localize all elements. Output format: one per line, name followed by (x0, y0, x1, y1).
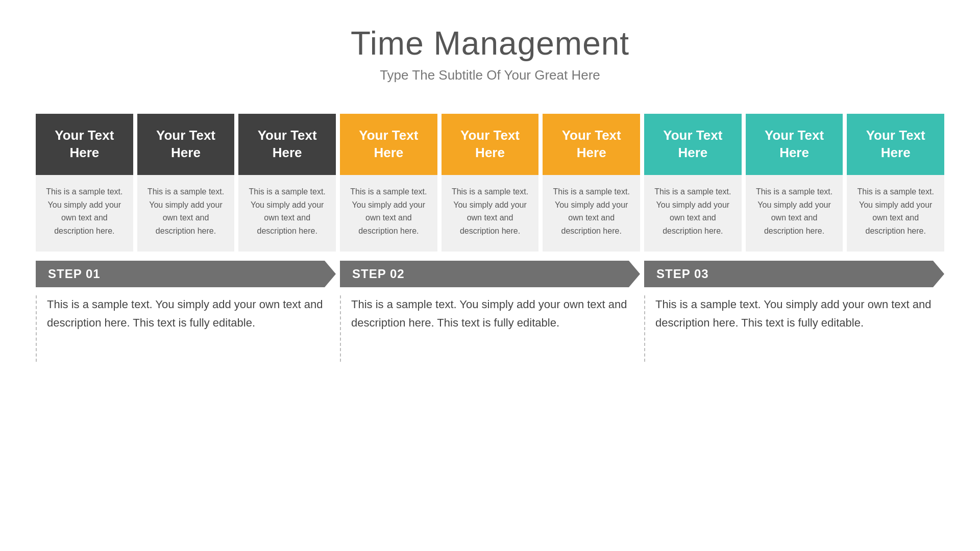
card-header-5: Your Text Here (442, 114, 539, 175)
card-body-text-7: This is a sample text. You simply add yo… (652, 185, 733, 237)
step-section-3: STEP 03This is a sample text. You simply… (644, 261, 944, 362)
card-body-text-5: This is a sample text. You simply add yo… (450, 185, 531, 237)
card-body-8: This is a sample text. You simply add yo… (746, 175, 843, 252)
card-col-7: Your Text HereThis is a sample text. You… (644, 114, 742, 252)
card-col-9: Your Text HereThis is a sample text. You… (847, 114, 944, 252)
card-header-text-9: Your Text Here (856, 127, 935, 162)
step-section-2: STEP 02This is a sample text. You simply… (340, 261, 640, 362)
card-body-2: This is a sample text. You simply add yo… (137, 175, 235, 252)
card-body-text-8: This is a sample text. You simply add yo… (754, 185, 835, 237)
step-desc-text-3: This is a sample text. You simply add yo… (655, 295, 944, 333)
card-body-text-9: This is a sample text. You simply add yo… (855, 185, 936, 237)
step-label-2: STEP 02 (352, 267, 405, 281)
card-col-5: Your Text HereThis is a sample text. You… (442, 114, 539, 252)
card-col-4: Your Text HereThis is a sample text. You… (340, 114, 437, 252)
card-col-2: Your Text HereThis is a sample text. You… (137, 114, 235, 252)
step-arrow-3: STEP 03 (644, 261, 944, 287)
card-header-9: Your Text Here (847, 114, 944, 175)
card-header-7: Your Text Here (644, 114, 742, 175)
card-header-6: Your Text Here (543, 114, 640, 175)
card-col-6: Your Text HereThis is a sample text. You… (543, 114, 640, 252)
step-section-1: STEP 01This is a sample text. You simply… (36, 261, 336, 362)
card-header-4: Your Text Here (340, 114, 437, 175)
step-desc-area-2: This is a sample text. You simply add yo… (340, 295, 640, 362)
page-title: Time Management (351, 24, 629, 62)
card-body-6: This is a sample text. You simply add yo… (543, 175, 640, 252)
card-body-text-1: This is a sample text. You simply add yo… (44, 185, 125, 237)
card-body-3: This is a sample text. You simply add yo… (238, 175, 336, 252)
step-arrow-1: STEP 01 (36, 261, 336, 287)
step-desc-text-2: This is a sample text. You simply add yo… (351, 295, 640, 333)
step-desc-area-3: This is a sample text. You simply add yo… (644, 295, 944, 362)
card-header-2: Your Text Here (137, 114, 235, 175)
step-desc-text-1: This is a sample text. You simply add yo… (47, 295, 336, 333)
card-header-text-1: Your Text Here (45, 127, 124, 162)
card-body-7: This is a sample text. You simply add yo… (644, 175, 742, 252)
step-label-1: STEP 01 (48, 267, 101, 281)
card-body-text-2: This is a sample text. You simply add yo… (145, 185, 227, 237)
card-body-text-3: This is a sample text. You simply add yo… (247, 185, 328, 237)
step-desc-area-1: This is a sample text. You simply add yo… (36, 295, 336, 362)
card-body-text-4: This is a sample text. You simply add yo… (348, 185, 429, 237)
card-header-text-5: Your Text Here (451, 127, 530, 162)
card-header-1: Your Text Here (36, 114, 133, 175)
card-body-1: This is a sample text. You simply add yo… (36, 175, 133, 252)
card-header-3: Your Text Here (238, 114, 336, 175)
card-body-4: This is a sample text. You simply add yo… (340, 175, 437, 252)
steps-row: STEP 01This is a sample text. You simply… (36, 261, 944, 362)
page-header: Time Management Type The Subtitle Of You… (351, 24, 629, 83)
card-header-text-8: Your Text Here (755, 127, 834, 162)
card-col-8: Your Text HereThis is a sample text. You… (746, 114, 843, 252)
page-subtitle: Type The Subtitle Of Your Great Here (351, 67, 629, 83)
card-body-5: This is a sample text. You simply add yo… (442, 175, 539, 252)
card-header-text-4: Your Text Here (349, 127, 428, 162)
step-arrow-2: STEP 02 (340, 261, 640, 287)
card-body-9: This is a sample text. You simply add yo… (847, 175, 944, 252)
card-header-8: Your Text Here (746, 114, 843, 175)
card-body-text-6: This is a sample text. You simply add yo… (551, 185, 632, 237)
card-col-3: Your Text HereThis is a sample text. You… (238, 114, 336, 252)
main-content: Your Text HereThis is a sample text. You… (36, 114, 944, 362)
step-label-3: STEP 03 (656, 267, 709, 281)
card-header-text-6: Your Text Here (552, 127, 631, 162)
cards-row: Your Text HereThis is a sample text. You… (36, 114, 944, 252)
card-col-1: Your Text HereThis is a sample text. You… (36, 114, 133, 252)
card-header-text-7: Your Text Here (653, 127, 732, 162)
card-header-text-3: Your Text Here (248, 127, 327, 162)
card-header-text-2: Your Text Here (146, 127, 226, 162)
